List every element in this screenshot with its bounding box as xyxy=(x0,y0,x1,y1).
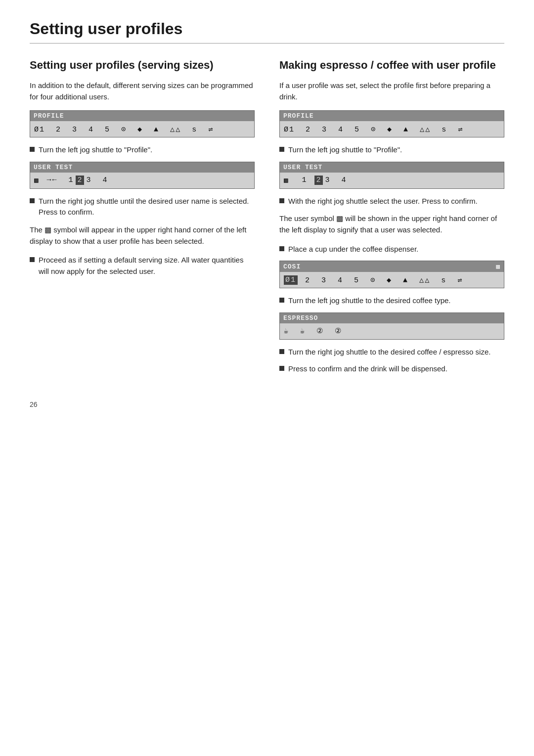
bullet-square-1 xyxy=(30,147,35,152)
right-bullet-2: With the right jog shuttle select the us… xyxy=(279,196,504,207)
left-body-text-2: The ▩ symbol will appear in the upper ri… xyxy=(30,224,255,247)
cosi-selected-char: Ø1 xyxy=(284,275,298,285)
right-profile-header: PROFILE xyxy=(280,111,504,121)
right-column: Making espresso / coffee with user profi… xyxy=(279,58,504,381)
lcd-usertest-row-left: →← 1 xyxy=(41,176,74,184)
person-icon-inline-left: ▩ xyxy=(44,225,51,234)
right-body-text-1: If a user profile was set, select the pr… xyxy=(279,80,504,103)
espresso-body: ☕ ☕ ② ② xyxy=(280,323,504,339)
lcd-profile-row-right: Ø1 2 3 4 5 ⊙ ◆ ▲ △△ s ⇌ xyxy=(284,125,463,134)
lcd-cosi-row: 2 3 4 5 ⊙ ◆ ▲ △△ s ⇌ xyxy=(300,275,463,285)
right-usertest-body: ▩ 1 2 3 4 xyxy=(280,173,504,188)
cosi-body: Ø1 2 3 4 5 ⊙ ◆ ▲ △△ s ⇌ xyxy=(280,272,504,288)
right-bullet-4: Turn the left jog shuttle to the desired… xyxy=(279,295,504,307)
person-icon-inline-right: ▩ xyxy=(336,214,343,222)
bullet-square-r4 xyxy=(279,298,284,303)
right-profile-display: PROFILE Ø1 2 3 4 5 ⊙ ◆ ▲ △△ s ⇌ xyxy=(279,110,504,137)
left-profile-display: PROFILE Ø1 2 3 4 5 ⊙ ◆ ▲ △△ s ⇌ xyxy=(30,110,255,137)
left-section-title: Setting user profiles (serving sizes) xyxy=(30,58,255,73)
espresso-icons: ☕ ☕ ② ② xyxy=(284,326,342,336)
right-bullet-6: Press to confirm and the drink will be d… xyxy=(279,363,504,375)
right-profile-body: Ø1 2 3 4 5 ⊙ ◆ ▲ △△ s ⇌ xyxy=(280,121,504,137)
bullet-square-r5 xyxy=(279,349,284,354)
bullet-square-r3 xyxy=(279,246,284,251)
left-profile-header: PROFILE xyxy=(30,111,254,121)
left-bullet-3: Proceed as if setting a default serving … xyxy=(30,255,255,277)
bullet-square-r2 xyxy=(279,198,284,203)
espresso-header: ESPRESSO xyxy=(280,313,504,323)
right-body-text-2: The user symbol ▩ will be shown in the u… xyxy=(279,213,504,236)
right-usertest-header: USER TEST xyxy=(280,162,504,173)
right-bullet-3: Place a cup under the coffee dispenser. xyxy=(279,244,504,255)
page-number: 26 xyxy=(30,400,504,408)
person-icon-left: ▩ xyxy=(34,176,39,184)
bullet-square-r1 xyxy=(279,147,284,152)
person-icon-right: ▩ xyxy=(284,176,289,184)
espresso-display: ESPRESSO ☕ ☕ ② ② xyxy=(279,312,504,340)
left-bullet-2: Turn the right jog shuttle until the des… xyxy=(30,196,255,218)
left-usertest-body: ▩ →← 1 2 3 4 xyxy=(30,173,254,188)
lcd-usertest-row-left-suffix: 3 4 xyxy=(86,176,108,184)
bullet-square-2 xyxy=(30,198,35,203)
left-body-text-1: In addition to the default, different se… xyxy=(30,80,255,103)
left-usertest-display: USER TEST ▩ →← 1 2 3 4 xyxy=(30,162,255,189)
left-usertest-header: USER TEST xyxy=(30,162,254,173)
lcd-selected-char-right: 2 xyxy=(314,176,323,185)
right-usertest-display: USER TEST ▩ 1 2 3 4 xyxy=(279,162,504,189)
bullet-square-3 xyxy=(30,257,35,262)
cosi-display: COSI ▩ Ø1 2 3 4 5 ⊙ ◆ ▲ △△ s ⇌ xyxy=(279,261,504,288)
lcd-usertest-row-right-suffix: 3 4 xyxy=(325,176,347,184)
lcd-selected-char-left: 2 xyxy=(76,176,84,185)
right-bullet-5: Turn the right jog shuttle to the desire… xyxy=(279,347,504,358)
left-profile-body: Ø1 2 3 4 5 ⊙ ◆ ▲ △△ s ⇌ xyxy=(30,121,254,137)
page-title: Setting user profiles xyxy=(30,20,504,44)
bullet-square-r6 xyxy=(279,366,284,371)
lcd-profile-row-left: Ø1 2 3 4 5 ⊙ ◆ ▲ △△ s ⇌ xyxy=(34,125,214,134)
right-bullet-1: Turn the left jog shuttle to "Profile". xyxy=(279,144,504,156)
left-bullet-1: Turn the left jog shuttle to "Profile". xyxy=(30,144,255,156)
right-section-title: Making espresso / coffee with user profi… xyxy=(279,58,504,73)
lcd-usertest-row-right: 1 xyxy=(291,176,312,184)
cosi-header-icon: ▩ xyxy=(496,263,500,270)
cosi-header: COSI ▩ xyxy=(280,261,504,272)
left-column: Setting user profiles (serving sizes) In… xyxy=(30,58,255,381)
